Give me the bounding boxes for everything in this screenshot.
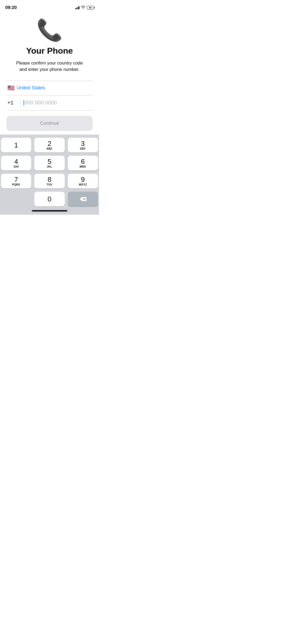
key-5[interactable]: 5 JKL: [34, 156, 64, 171]
delete-icon: [79, 196, 87, 202]
key-7[interactable]: 7 PQRS: [1, 174, 31, 188]
key-0[interactable]: 0: [34, 192, 64, 206]
key-6[interactable]: 6 MNO: [68, 156, 98, 171]
status-icons: 84: [75, 5, 94, 10]
key-3[interactable]: 3 DEF: [68, 138, 98, 153]
home-bar: [32, 210, 67, 211]
country-flag: 🇺🇸: [7, 85, 15, 91]
key-2[interactable]: 2 ABC: [34, 138, 64, 153]
bottom-divider: [6, 110, 93, 111]
phone-placeholder: 000 000 0000: [25, 100, 57, 106]
vertical-divider: [20, 99, 20, 107]
status-bar: 09:20 84: [0, 0, 99, 12]
page-title: Your Phone: [26, 46, 73, 56]
keyboard: 1 2 ABC 3 DEF 4 GHI 5 JKL 6 MNO 7 PQRS 8: [0, 135, 99, 215]
delete-button[interactable]: [68, 192, 98, 206]
continue-button[interactable]: Continue: [6, 116, 93, 131]
phone-icon: 📞: [36, 20, 63, 41]
keyboard-grid: 1 2 ABC 3 DEF 4 GHI 5 JKL 6 MNO 7 PQRS 8: [1, 138, 98, 188]
key-4[interactable]: 4 GHI: [1, 156, 31, 171]
home-indicator: [1, 208, 98, 215]
signal-icon: [75, 6, 80, 9]
key-empty: [1, 192, 31, 206]
status-time: 09:20: [5, 5, 17, 10]
country-name: United States: [17, 85, 45, 91]
main-content: 📞 Your Phone Please confirm your country…: [0, 12, 99, 131]
wifi-icon: [81, 5, 85, 10]
battery-icon: 84: [87, 6, 94, 10]
keyboard-bottom-row: 0: [1, 192, 98, 206]
key-9[interactable]: 9 WXYZ: [68, 174, 98, 188]
country-code: +1: [7, 100, 17, 106]
key-1[interactable]: 1: [1, 138, 31, 153]
page-subtitle: Please confirm your country codeand ente…: [16, 60, 83, 73]
text-cursor: [23, 100, 24, 106]
country-selector[interactable]: 🇺🇸 United States: [6, 81, 93, 95]
key-8[interactable]: 8 TUV: [34, 174, 64, 188]
phone-input-container[interactable]: 000 000 0000: [23, 100, 92, 106]
phone-input-row: +1 000 000 0000: [6, 95, 93, 110]
